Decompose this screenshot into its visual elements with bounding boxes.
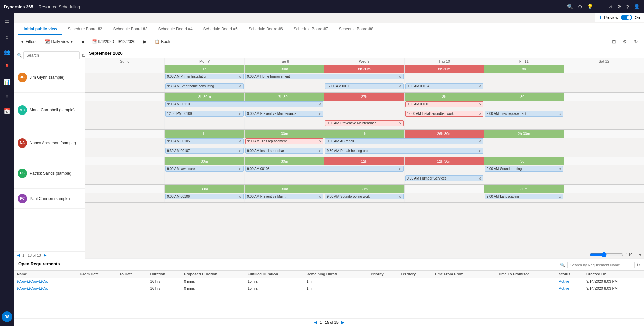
appt-ps-plumber[interactable]: 9:00 AM Plumber Services ⊙ <box>405 175 483 181</box>
appt-ps-soundproofing[interactable]: 9:00 AM Soundproofing ⊙ <box>485 166 563 172</box>
cell-mc-3-4 <box>405 120 484 129</box>
close-icon[interactable]: ✕ <box>319 140 322 143</box>
prev-date-button[interactable]: ◀ <box>79 38 86 45</box>
appt-mc-soundbar[interactable]: 12:00 AM Install soundbar work ✕ <box>405 111 483 117</box>
gear-icon[interactable]: ⚙ <box>617 4 621 10</box>
resource-row-mc[interactable]: MC Maria Campbell (sample) <box>14 93 85 128</box>
tab-more[interactable]: ... <box>379 25 387 35</box>
appt-na-ac[interactable]: 9:00 AM AC repair ⊙ <box>325 138 483 144</box>
col-from-date: From Date <box>78 271 117 278</box>
tab-board8[interactable]: Schedule Board #8 <box>333 24 379 35</box>
zoom-slider[interactable] <box>590 252 623 257</box>
tab-board4[interactable]: Schedule Board #4 <box>153 24 198 35</box>
question-icon[interactable]: ? <box>626 4 629 10</box>
sidebar-people-icon[interactable]: 👥 <box>1 46 13 58</box>
help-icon[interactable]: 💡 <box>587 4 593 10</box>
appt-na-00107[interactable]: 9:30 AM 00107 ⊙ <box>165 148 244 154</box>
sum-pc-5: 30m <box>484 185 564 193</box>
appt-jg-printer[interactable]: 9:00 AM Printer Installation ⊙ <box>165 74 244 79</box>
resource-row-na[interactable]: NA Nancy Anderson (sample) <box>14 128 85 158</box>
requirement-search-input[interactable] <box>567 262 635 268</box>
resource-row-ps[interactable]: PS Patrick Sands (sample) <box>14 158 85 189</box>
refresh-icon[interactable]: ↻ <box>632 38 640 45</box>
appt-jg-smarthome[interactable]: 9:30 AM Smarthome consulting ⊙ <box>165 83 244 89</box>
sidebar-calendar-icon[interactable]: 📅 <box>1 105 13 117</box>
filters-button[interactable]: ▼ Filters <box>18 38 39 45</box>
req-name-0[interactable]: (Copy).(Copy).(Co... <box>14 278 78 285</box>
appt-pc-prev-maint[interactable]: 9:00 AM Preventive Maint. ⊙ <box>245 194 323 199</box>
cell-na-2-1: 9:30 AM 00107 ⊙ <box>165 147 245 157</box>
open-requirements-title: Open Requirements <box>18 261 60 268</box>
sidebar-list-icon[interactable]: ≡ <box>1 90 13 102</box>
appt-icon: ⊙ <box>319 149 322 153</box>
appt-ps-lawn[interactable]: 9:00 AM lawn care ⊙ <box>165 166 244 172</box>
appt-mc-00110a[interactable]: 9:00 AM 00110 ⊙ <box>165 101 323 107</box>
search-icon[interactable]: 🔍 <box>567 4 573 10</box>
sum-jg-0 <box>85 65 165 73</box>
next-page-icon[interactable]: ▶ <box>44 253 46 257</box>
filter-icon[interactable]: ⊿ <box>608 4 612 10</box>
cell-mc-2-4: 12:00 AM Install soundbar work ✕ <box>405 110 484 120</box>
appt-na-install-soundbar[interactable]: 9:00 AM Install soundbar ⊙ <box>245 148 323 154</box>
cell-na-1-6 <box>564 138 644 147</box>
appt-ps-00108[interactable]: 9:00 AM 00108 ⊙ <box>245 166 403 172</box>
sidebar-chart-icon[interactable]: 📊 <box>1 75 13 88</box>
appt-na-repair-heating[interactable]: 9:30 AM Repair heating unit ⊙ <box>325 148 483 154</box>
chevron-down-icon[interactable]: ▾ <box>639 252 641 257</box>
close-icon[interactable]: ✕ <box>479 112 482 116</box>
settings-icon[interactable]: ⚙ <box>621 38 629 45</box>
sum-mc-3: 27h <box>324 93 404 101</box>
prev-page-icon[interactable]: ◀ <box>17 253 20 257</box>
resource-row-jg[interactable]: JG Jim Glynn (sample) <box>14 62 85 93</box>
prev-page-button[interactable]: ◀ <box>314 320 317 325</box>
refresh-icon[interactable]: ↻ <box>637 263 640 267</box>
next-date-button[interactable]: ▶ <box>141 38 149 45</box>
close-icon[interactable]: ✕ <box>479 103 482 106</box>
tab-board5[interactable]: Schedule Board #5 <box>198 24 243 35</box>
sidebar-home-icon[interactable]: ⌂ <box>1 31 13 43</box>
appt-mc-tiles[interactable]: 9:00 AM Tiles replacement ⊙ <box>485 111 563 117</box>
sum-mc-0 <box>85 93 165 101</box>
appt-pc-00106[interactable]: 9:00 AM 00106 ⊙ <box>165 194 244 199</box>
appt-mc-00110b[interactable]: 9:00 AM 00110 ✕ <box>405 101 483 107</box>
appt-pc-soundproofing[interactable]: 9:00 AM Soundproofing work ⊙ <box>325 194 403 199</box>
req-time-to-0 <box>495 278 556 285</box>
appt-jg-home[interactable]: 9:00 AM Home Improvement ⊙ <box>245 74 403 79</box>
tab-board2[interactable]: Schedule Board #2 <box>62 24 107 35</box>
appt-mc-00109[interactable]: 12:00 PM 00109 ⊙ <box>165 111 244 117</box>
appt-pc-landscaping[interactable]: 9:00 AM Landscaping ⊙ <box>485 194 563 199</box>
resource-row-pc[interactable]: PC Paul Cannon (sample) <box>14 189 85 209</box>
daily-view-label: Daily view <box>51 39 69 44</box>
calendar-area: September 2020 Sun 6 Mon 7 Tue 8 Wed 9 T… <box>85 48 644 259</box>
appt-jg-00104[interactable]: 9:00 AM 00104 ⊙ <box>405 83 483 89</box>
appt-mc-prev-maint[interactable]: 9:00 AM Preventive Maintenance ⊙ <box>245 111 323 117</box>
appt-icon: ⊙ <box>319 195 322 198</box>
daily-view-button[interactable]: 📆 Daily view ▾ <box>43 38 75 45</box>
close-icon[interactable]: ✕ <box>399 122 402 125</box>
cell-mc-2-3 <box>324 110 404 120</box>
book-button[interactable]: 📋 Book <box>153 38 172 45</box>
plus-icon[interactable]: ＋ <box>598 4 603 10</box>
user-icon[interactable]: 👤 <box>634 4 640 10</box>
next-page-button[interactable]: ▶ <box>341 320 344 325</box>
sidebar-avatar[interactable]: RS <box>2 311 12 322</box>
req-status-0[interactable]: Active <box>556 278 584 285</box>
req-name-1[interactable]: (Copy).(Copy).(Co... <box>14 285 78 292</box>
preview-toggle[interactable] <box>621 15 632 20</box>
view-list-icon[interactable]: ⊞ <box>610 38 618 45</box>
req-remaining-1: 1 hr <box>304 285 368 292</box>
cell-mc-3-6 <box>564 120 644 129</box>
sidebar-location-icon[interactable]: 📍 <box>1 61 13 73</box>
appt-mc-prev-maint2[interactable]: 9:00 AM Preventive Maintenance ✕ <box>325 120 403 126</box>
req-status-1[interactable]: Active <box>556 285 584 292</box>
appt-jg-00110[interactable]: 12:00 AM 00110 ⊙ <box>325 83 403 89</box>
appt-na-00105[interactable]: 9:00 AM 00105 ⊙ <box>165 138 244 144</box>
tab-board6[interactable]: Schedule Board #6 <box>243 24 288 35</box>
sidebar-menu-icon[interactable]: ☰ <box>1 16 13 28</box>
search-input[interactable] <box>23 51 80 59</box>
tab-board3[interactable]: Schedule Board #3 <box>107 24 153 35</box>
tab-board7[interactable]: Schedule Board #7 <box>288 24 333 35</box>
appt-na-tiles[interactable]: 9:00 AM Tiles replacement ✕ <box>245 138 323 144</box>
settings-circle-icon[interactable]: ⊙ <box>578 4 582 10</box>
tab-initial[interactable]: Initial public view <box>18 24 62 35</box>
